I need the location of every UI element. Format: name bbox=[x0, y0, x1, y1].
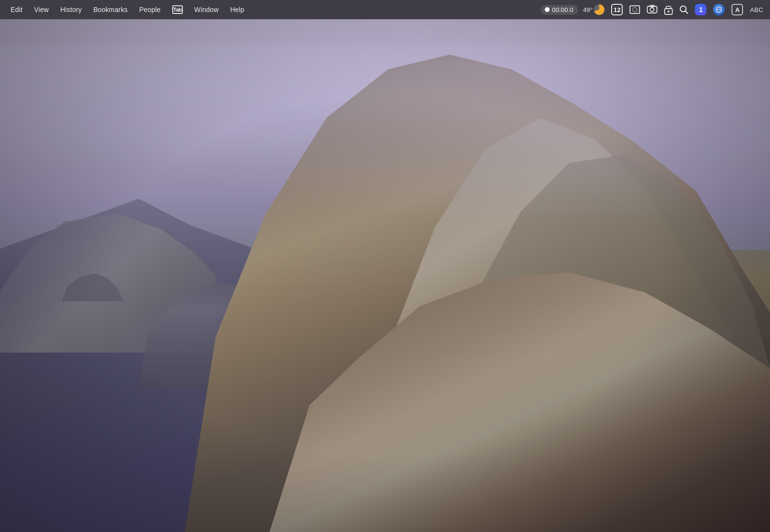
menu-item-history[interactable]: History bbox=[54, 4, 88, 15]
menu-item-people[interactable]: People bbox=[133, 4, 166, 15]
menu-item-help[interactable]: Help bbox=[224, 4, 250, 15]
screen-record-button[interactable]: 00:00.0 bbox=[541, 5, 578, 15]
temperature-value: 49° bbox=[583, 6, 592, 13]
menu-item-tab[interactable]: Tab bbox=[167, 3, 189, 16]
menu-bar: Edit View History Bookmarks People Tab W… bbox=[0, 0, 770, 19]
globe-icon bbox=[713, 4, 725, 15]
text-icon-button[interactable]: A bbox=[730, 3, 745, 16]
background-scene bbox=[0, 19, 770, 532]
camera-icon bbox=[629, 5, 640, 14]
badge-value: 12 bbox=[614, 6, 621, 13]
temperature-status[interactable]: 49° bbox=[581, 3, 606, 16]
num-badge-icon: 12 bbox=[611, 4, 623, 15]
temperature-icon bbox=[594, 4, 604, 15]
tab-icon: Tab bbox=[172, 5, 183, 14]
badge-number-12[interactable]: 12 bbox=[609, 3, 625, 16]
svg-point-1 bbox=[650, 8, 654, 12]
menu-item-edit[interactable]: Edit bbox=[5, 4, 28, 15]
record-time-display: 00:00.0 bbox=[552, 6, 573, 13]
screen-capture-icon[interactable] bbox=[628, 4, 642, 15]
keyboard-layout-text: ABC bbox=[750, 6, 763, 13]
svg-point-4 bbox=[667, 11, 669, 13]
search-icon-button[interactable] bbox=[678, 4, 690, 15]
menu-item-view[interactable]: View bbox=[28, 4, 55, 15]
lock-icon-button[interactable] bbox=[662, 3, 675, 16]
search-icon bbox=[679, 5, 689, 14]
record-dot-icon bbox=[545, 7, 550, 12]
menu-items-group: Edit View History Bookmarks People Tab W… bbox=[5, 3, 541, 16]
status-items-group: 00:00.0 49° 12 bbox=[541, 3, 765, 16]
svg-line-6 bbox=[685, 11, 688, 13]
photo-icon-button[interactable] bbox=[645, 3, 659, 16]
photo-icon bbox=[647, 4, 657, 15]
menu-item-window[interactable]: Window bbox=[189, 4, 225, 15]
desktop-background bbox=[0, 19, 770, 532]
lock-icon bbox=[664, 4, 673, 15]
keyboard-layout-label[interactable]: ABC bbox=[748, 5, 765, 14]
globe-icon-button[interactable] bbox=[711, 3, 727, 16]
onepassword-icon-button[interactable]: 1 bbox=[693, 3, 708, 16]
onepassword-icon: 1 bbox=[695, 4, 706, 15]
a-icon: A bbox=[732, 4, 743, 15]
menu-item-bookmarks[interactable]: Bookmarks bbox=[88, 4, 133, 15]
